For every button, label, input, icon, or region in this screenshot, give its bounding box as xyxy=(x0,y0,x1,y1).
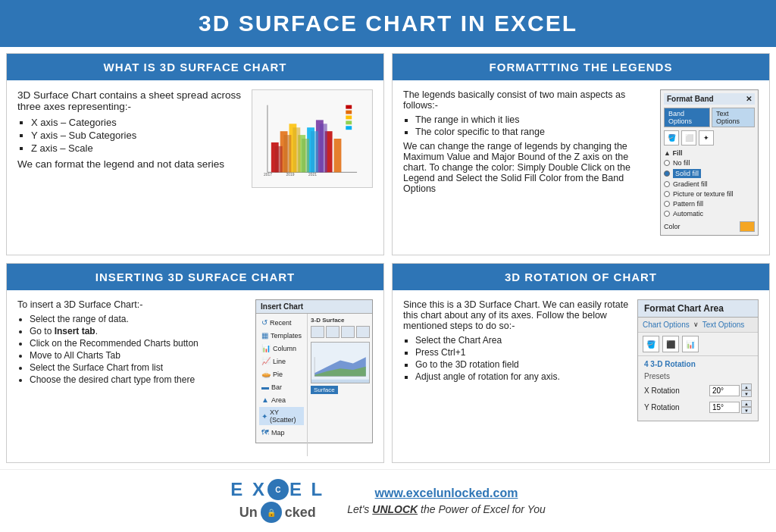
chart-type-option[interactable] xyxy=(356,326,370,338)
list-item: Click on the Recommended Charts button xyxy=(30,338,248,349)
svg-rect-14 xyxy=(302,139,309,172)
main-grid: WHAT IS 3D SURFACE CHART 3D Surface Char… xyxy=(0,47,776,469)
svg-text:2017: 2017 xyxy=(264,173,272,177)
x-spin-down[interactable]: ▼ xyxy=(741,390,752,397)
x-rotation-label: X Rotation xyxy=(644,386,680,395)
x-rotation-input[interactable] xyxy=(709,385,740,396)
section-what-body: 3D Surface Chart contains a sheet spread… xyxy=(7,80,383,255)
rotation-text: Since this is a 3D Surface Chart. We can… xyxy=(403,299,630,421)
chart-options-icon[interactable]: 📊 xyxy=(682,336,699,352)
unlock-bold: UNLOCK xyxy=(372,503,418,515)
svg-rect-13 xyxy=(293,127,300,172)
band-options-tab[interactable]: Band Options xyxy=(664,108,710,127)
tab-chevron: ∨ xyxy=(693,321,699,329)
format-band-panel: Format Band ✕ Band Options Text Options … xyxy=(660,89,759,236)
list-item: X axis – Categories xyxy=(31,117,244,128)
fill-icon[interactable]: 🪣 xyxy=(664,130,679,146)
svg-text:2021: 2021 xyxy=(308,173,317,177)
what-list: X axis – Categories Y axis – Sub Categor… xyxy=(31,117,244,154)
bar-item[interactable]: ▬ Bar xyxy=(259,381,304,393)
x-rotation-spinner: ▲ ▼ xyxy=(741,383,752,397)
svg-rect-11 xyxy=(275,146,283,172)
automatic-option[interactable]: Automatic xyxy=(664,210,755,217)
insert-panel-right: 3-D Surface xyxy=(308,314,373,456)
format-band-title: Format Band ✕ xyxy=(664,93,755,105)
gradient-radio[interactable] xyxy=(664,181,670,187)
solid-fill-radio[interactable] xyxy=(664,171,670,177)
what-intro: 3D Surface Chart contains a sheet spread… xyxy=(17,89,244,112)
list-item: The color specific to that range xyxy=(415,127,652,137)
insert-chart-panel: Insert Chart ↺ Recent ▦ Templates 📊 Colu… xyxy=(255,299,373,443)
logo-cked: cked xyxy=(285,505,316,521)
recent-item[interactable]: ↺ Recent xyxy=(259,317,304,328)
no-fill-radio[interactable] xyxy=(664,160,670,166)
section-insert: INSERTING 3D SURFACE CHART To insert a 3… xyxy=(6,263,384,463)
section-insert-header: INSERTING 3D SURFACE CHART xyxy=(7,264,383,290)
list-item: Adjust angle of rotation for any axis. xyxy=(415,371,630,382)
chart-type-option[interactable] xyxy=(341,326,355,338)
svg-rect-18 xyxy=(346,111,352,114)
y-spin-down[interactable]: ▼ xyxy=(741,407,752,414)
list-item: The range in which it lies xyxy=(415,114,652,125)
insert-panel-title: Insert Chart xyxy=(256,300,372,314)
3d-chart-image: 2017 2019 2021 xyxy=(252,89,373,188)
rotation-section: 4 3-D Rotation Presets X Rotation ▲ ▼ xyxy=(638,356,758,421)
surface-highlight[interactable]: Surface xyxy=(311,386,338,394)
no-fill-option[interactable]: No fill xyxy=(664,159,755,167)
chart-type-grid xyxy=(311,326,370,338)
chart-type-option[interactable] xyxy=(311,326,324,338)
main-title: 3D SURFACE CHART IN EXCEL xyxy=(0,0,776,47)
y-spin-up[interactable]: ▲ xyxy=(741,400,752,407)
list-item: Select the Chart Area xyxy=(415,335,630,346)
area-item[interactable]: ▲ Area xyxy=(259,394,304,405)
automatic-radio[interactable] xyxy=(664,211,670,217)
footer-right: www.excelunlocked.com Let's UNLOCK the P… xyxy=(347,487,546,515)
list-item: Z axis – Scale xyxy=(31,142,244,154)
pie-item[interactable]: 🥧 Pie xyxy=(259,368,304,380)
svg-rect-17 xyxy=(346,105,352,109)
insert-panel-left: ↺ Recent ▦ Templates 📊 Column 📈 Line 🥧 P… xyxy=(256,314,308,456)
fill-effect-icon[interactable]: 🪣 xyxy=(643,336,659,352)
list-item: Select the Surface Chart from list xyxy=(30,362,248,373)
map-item[interactable]: 🗺 Map xyxy=(259,427,304,438)
x-rotation-field: X Rotation ▲ ▼ xyxy=(644,383,752,397)
x-spin-up[interactable]: ▲ xyxy=(741,383,752,390)
y-rotation-input[interactable] xyxy=(709,402,740,413)
chart-options-tab[interactable]: Chart Options xyxy=(643,321,690,329)
solid-fill-label: Solid fill xyxy=(673,169,701,178)
effects-icon[interactable]: ✦ xyxy=(699,130,714,146)
y-rotation-label: Y Rotation xyxy=(644,403,680,412)
close-icon[interactable]: ✕ xyxy=(746,95,752,103)
column-item[interactable]: 📊 Column xyxy=(259,343,304,354)
solid-fill-option[interactable]: Solid fill xyxy=(664,169,755,178)
format-chart-icons: 🪣 ⬛ 📊 xyxy=(638,333,758,356)
what-footer: We can format the legend and not data se… xyxy=(17,158,244,170)
size-properties-icon[interactable]: ⬛ xyxy=(662,336,679,352)
list-item: Go to the 3D rotation field xyxy=(415,359,630,370)
footer: E X C E L Un 🔒 cked www.excelunlocked.co… xyxy=(0,469,776,532)
xy-item[interactable]: ✦ XY (Scatter) xyxy=(259,407,304,425)
pattern-option[interactable]: Pattern fill xyxy=(664,200,755,208)
svg-rect-21 xyxy=(346,126,352,130)
section-what: WHAT IS 3D SURFACE CHART 3D Surface Char… xyxy=(6,53,384,255)
templates-item[interactable]: ▦ Templates xyxy=(259,330,304,341)
svg-rect-12 xyxy=(284,135,292,172)
chart-type-option[interactable] xyxy=(326,326,340,338)
pattern-radio[interactable] xyxy=(664,201,670,207)
y-rotation-spinner: ▲ ▼ xyxy=(741,400,752,414)
picture-radio[interactable] xyxy=(664,191,670,197)
gradient-option[interactable]: Gradient fill xyxy=(664,180,755,188)
rotation-section-title: 4 3-D Rotation xyxy=(644,360,752,368)
insert-list: Select the range of data. Go to Insert t… xyxy=(30,314,248,385)
text-options-tab[interactable]: Text Options xyxy=(712,108,755,127)
fill-section-title: ▲ Fill xyxy=(664,149,755,157)
border-icon[interactable]: ⬜ xyxy=(681,130,696,146)
line-item[interactable]: 📈 Line xyxy=(259,355,304,367)
color-swatch[interactable] xyxy=(740,221,755,232)
text-options-tab[interactable]: Text Options xyxy=(702,321,745,329)
picture-option[interactable]: Picture or texture fill xyxy=(664,190,755,198)
footer-url[interactable]: www.excelunlocked.com xyxy=(375,487,518,500)
list-item: Y axis – Sub Categories xyxy=(31,130,244,141)
section-legends: FORMATTTING THE LEGENDS The legends basi… xyxy=(392,53,770,255)
svg-rect-15 xyxy=(311,131,318,172)
